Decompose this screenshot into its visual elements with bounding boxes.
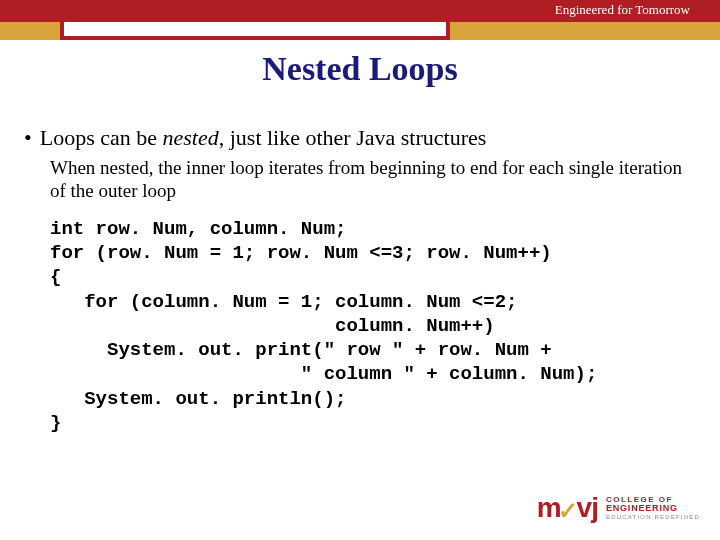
bullet-marker: •: [24, 125, 32, 151]
slide-title: Nested Loops: [0, 50, 720, 88]
bullet-post: , just like other Java structures: [219, 125, 487, 150]
bullet-em: nested: [163, 125, 219, 150]
header-bar: Engineered for Tomorrow: [0, 0, 720, 22]
logo-line2: ENGINEERING: [606, 504, 700, 513]
logo-mark: m✓vj: [537, 492, 598, 524]
sub-paragraph: When nested, the inner loop iterates fro…: [50, 157, 692, 203]
bullet-text: Loops can be nested, just like other Jav…: [40, 125, 487, 151]
logo-vj: vj: [577, 492, 598, 523]
bullet-row: • Loops can be nested, just like other J…: [22, 125, 692, 151]
code-block: int row. Num, column. Num; for (row. Num…: [50, 217, 692, 436]
bullet-pre: Loops can be: [40, 125, 163, 150]
logo-check-icon: ✓: [558, 497, 577, 525]
tagline: Engineered for Tomorrow: [555, 2, 690, 18]
logo-line3: EDUCATION REDEFINED: [606, 514, 700, 520]
logo-text: COLLEGE OF ENGINEERING EDUCATION REDEFIN…: [606, 496, 700, 520]
brand-logo: m✓vj COLLEGE OF ENGINEERING EDUCATION RE…: [537, 492, 700, 524]
title-frame: [60, 22, 450, 40]
slide-content: • Loops can be nested, just like other J…: [22, 125, 692, 435]
